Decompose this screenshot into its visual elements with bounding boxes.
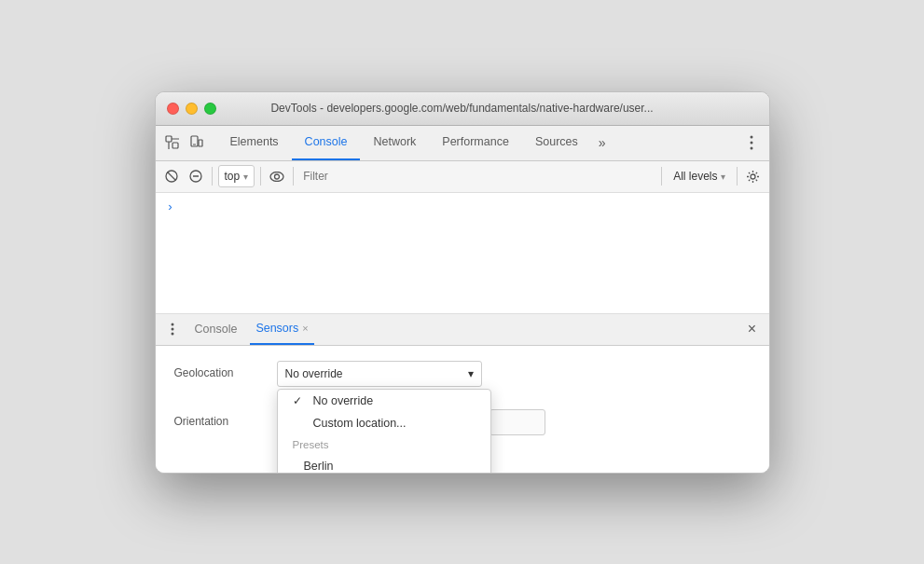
inspect-icon[interactable] <box>163 133 182 152</box>
device-toggle-icon[interactable] <box>187 133 206 152</box>
tab-network[interactable]: Network <box>360 125 429 160</box>
tab-console[interactable]: Console <box>292 125 361 160</box>
sensors-tab-close[interactable]: × <box>302 323 308 334</box>
log-levels-selector[interactable]: All levels ▾ <box>668 170 730 183</box>
dropdown-item-custom-location[interactable]: Custom location... <box>278 412 490 434</box>
devtools-menu-icon[interactable] <box>741 132 762 153</box>
more-tabs-button[interactable]: » <box>591 135 614 150</box>
filterbar: top ▾ All levels ▾ <box>156 161 769 193</box>
filter-separator-2 <box>260 167 261 186</box>
geolocation-row: Geolocation No override ▾ ✓ No override … <box>174 361 751 387</box>
geolocation-dropdown[interactable]: No override ▾ <box>277 361 482 387</box>
dropdown-item-berlin[interactable]: Berlin <box>278 455 490 474</box>
titlebar: DevTools - developers.google.com/web/fun… <box>156 92 769 126</box>
drawer-tab-sensors[interactable]: Sensors × <box>250 313 313 345</box>
svg-point-14 <box>270 172 283 181</box>
svg-point-8 <box>750 142 752 144</box>
traffic-lights <box>167 103 216 115</box>
context-selector[interactable]: top ▾ <box>218 165 255 187</box>
main-toolbar: Elements Console Network Performance Sou… <box>156 126 769 161</box>
svg-line-11 <box>167 172 175 181</box>
console-prompt-icon[interactable]: › <box>167 200 174 214</box>
drawer-content: Geolocation No override ▾ ✓ No override … <box>156 346 769 473</box>
minimize-button[interactable] <box>186 103 198 115</box>
svg-rect-0 <box>166 136 172 142</box>
filter-separator-4 <box>661 167 662 186</box>
svg-rect-3 <box>172 143 178 148</box>
filter-separator-5 <box>737 167 738 186</box>
toolbar-tabs: Elements Console Network Performance Sou… <box>217 125 738 160</box>
filter-separator-3 <box>293 167 294 186</box>
svg-point-18 <box>171 328 173 331</box>
svg-point-17 <box>171 323 173 326</box>
console-settings-icon[interactable] <box>743 166 764 186</box>
eager-evaluation-icon[interactable] <box>267 166 287 186</box>
context-selector-arrow: ▾ <box>243 172 248 182</box>
console-area: › <box>156 193 769 314</box>
dropdown-item-no-override[interactable]: ✓ No override <box>278 390 490 412</box>
devtools-window: DevTools - developers.google.com/web/fun… <box>155 91 770 474</box>
check-icon: ✓ <box>293 394 306 407</box>
geolocation-control: No override ▾ ✓ No override Custom locat… <box>277 361 751 387</box>
filter-input[interactable] <box>299 170 655 183</box>
orientation-alpha-input[interactable] <box>490 409 545 435</box>
tab-elements[interactable]: Elements <box>217 125 292 160</box>
geo-dropdown-arrow: ▾ <box>468 367 474 380</box>
geolocation-dropdown-menu: ✓ No override Custom location... Presets… <box>277 389 491 474</box>
close-button[interactable] <box>167 103 179 115</box>
drawer-menu-icon[interactable] <box>163 320 182 338</box>
window-title: DevTools - developers.google.com/web/fun… <box>270 102 653 115</box>
svg-point-7 <box>750 136 752 139</box>
svg-rect-5 <box>199 140 202 146</box>
clear-console-icon[interactable] <box>186 166 206 186</box>
drawer-close-button[interactable]: × <box>743 320 762 338</box>
tab-performance[interactable]: Performance <box>429 125 522 160</box>
svg-point-15 <box>275 174 280 179</box>
drawer-header: Console Sensors × × <box>156 314 769 346</box>
levels-arrow-icon: ▾ <box>721 172 725 182</box>
tab-sources[interactable]: Sources <box>522 125 591 160</box>
orientation-label: Orientation <box>174 409 277 428</box>
maximize-button[interactable] <box>204 103 216 115</box>
geolocation-label: Geolocation <box>174 361 277 379</box>
svg-point-9 <box>750 147 752 150</box>
filter-separator <box>212 167 213 186</box>
svg-point-16 <box>751 174 755 179</box>
svg-point-19 <box>171 333 173 336</box>
toolbar-icons <box>163 133 206 152</box>
dropdown-section-presets: Presets <box>278 434 490 455</box>
stop-messages-icon[interactable] <box>161 166 182 186</box>
drawer-tab-console[interactable]: Console <box>189 313 243 345</box>
